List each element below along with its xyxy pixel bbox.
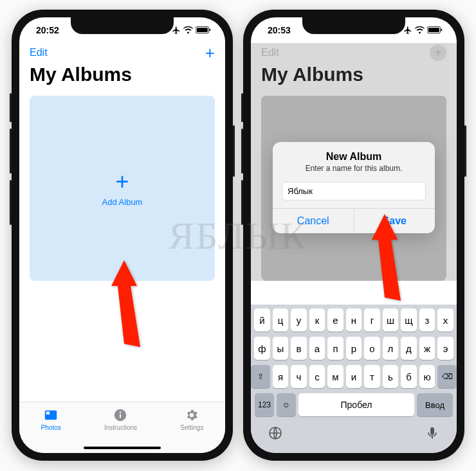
photos-icon bbox=[43, 407, 59, 423]
key-ч[interactable]: ч bbox=[291, 365, 307, 388]
key-123[interactable]: 123 bbox=[255, 393, 274, 416]
add-album-label: Add Album bbox=[102, 197, 143, 207]
keyboard-row-1: йцукенгшщзх bbox=[253, 308, 454, 332]
battery-icon bbox=[196, 26, 211, 34]
key-у[interactable]: у bbox=[291, 308, 307, 332]
airplane-icon bbox=[403, 26, 412, 35]
cancel-button[interactable]: Cancel bbox=[273, 209, 354, 233]
svg-rect-6 bbox=[120, 414, 122, 418]
edit-button[interactable]: Edit bbox=[30, 47, 48, 58]
notch bbox=[71, 17, 174, 34]
tab-bar: Photos Instructions Settings bbox=[19, 402, 225, 453]
key-о[interactable]: о bbox=[364, 337, 380, 360]
plus-icon: + bbox=[115, 170, 129, 193]
svg-rect-9 bbox=[428, 28, 439, 32]
album-name-input[interactable] bbox=[282, 182, 426, 200]
key-л[interactable]: л bbox=[383, 337, 399, 360]
key-н[interactable]: н bbox=[346, 308, 362, 332]
annotation-arrow-right bbox=[362, 208, 414, 307]
tab-settings[interactable]: Settings bbox=[180, 407, 203, 431]
airplane-icon bbox=[172, 26, 181, 35]
page-title: My Albums bbox=[19, 62, 225, 92]
key-к[interactable]: к bbox=[309, 308, 325, 332]
svg-rect-12 bbox=[430, 427, 434, 435]
key-ф[interactable]: ф bbox=[254, 337, 270, 360]
key-п[interactable]: п bbox=[327, 337, 343, 360]
key-и[interactable]: и bbox=[346, 365, 362, 388]
key-г[interactable]: г bbox=[364, 308, 380, 332]
svg-point-7 bbox=[120, 411, 121, 413]
info-icon bbox=[113, 407, 128, 423]
tab-label: Settings bbox=[180, 424, 203, 431]
screen-right: 20:53 Edit + My Albums + bbox=[251, 17, 457, 453]
key-shift[interactable]: ⇧ bbox=[251, 365, 270, 388]
status-time: 20:52 bbox=[36, 25, 59, 35]
tab-instructions[interactable]: Instructions bbox=[104, 407, 137, 431]
key-ь[interactable]: ь bbox=[383, 365, 399, 388]
svg-rect-1 bbox=[197, 28, 208, 32]
key-ц[interactable]: ц bbox=[273, 308, 289, 332]
notch bbox=[302, 17, 405, 34]
keyboard-row-4: 123 ☺ Пробел Ввод bbox=[253, 393, 454, 416]
svg-rect-10 bbox=[441, 29, 442, 31]
tab-label: Instructions bbox=[104, 424, 137, 431]
key-т[interactable]: т bbox=[364, 365, 380, 388]
alert-message: Enter a name for this album. bbox=[283, 164, 425, 173]
key-щ[interactable]: щ bbox=[401, 308, 417, 332]
battery-icon bbox=[427, 26, 443, 34]
home-indicator[interactable] bbox=[84, 447, 161, 449]
key-д[interactable]: д bbox=[401, 337, 417, 360]
key-э[interactable]: э bbox=[437, 337, 453, 360]
nav-row: Edit + bbox=[19, 43, 225, 62]
key-ш[interactable]: ш bbox=[383, 308, 399, 332]
key-б[interactable]: б bbox=[401, 365, 417, 388]
gear-icon bbox=[184, 407, 199, 423]
tab-photos[interactable]: Photos bbox=[41, 407, 61, 431]
keyboard-row-3: ⇧ячсмитьбю⌫ bbox=[253, 365, 454, 388]
keyboard-row-2: фывапролджэ bbox=[253, 337, 454, 360]
keyboard-footer bbox=[253, 422, 454, 453]
key-с[interactable]: с bbox=[309, 365, 325, 388]
keyboard: йцукенгшщзх фывапролджэ ⇧ячсмитьбю⌫ 123 … bbox=[251, 305, 457, 453]
add-album-tile[interactable]: + Add Album bbox=[30, 96, 215, 281]
key-enter[interactable]: Ввод bbox=[417, 393, 453, 416]
phone-frame-left: 20:52 Edit + My Albums + Add Album bbox=[12, 10, 233, 461]
key-е[interactable]: е bbox=[327, 308, 343, 332]
key-х[interactable]: х bbox=[437, 308, 453, 332]
key-backspace[interactable]: ⌫ bbox=[437, 365, 457, 388]
key-ж[interactable]: ж bbox=[419, 337, 435, 360]
key-ю[interactable]: ю bbox=[419, 365, 435, 388]
key-м[interactable]: м bbox=[327, 365, 343, 388]
key-я[interactable]: я bbox=[273, 365, 289, 388]
status-time: 20:53 bbox=[268, 25, 291, 35]
mic-icon[interactable] bbox=[425, 425, 440, 444]
tab-label: Photos bbox=[41, 424, 61, 431]
key-а[interactable]: а bbox=[309, 337, 325, 360]
wifi-icon bbox=[183, 26, 193, 34]
screen-left: 20:52 Edit + My Albums + Add Album bbox=[19, 17, 225, 453]
key-в[interactable]: в bbox=[291, 337, 307, 360]
status-icons bbox=[172, 26, 211, 35]
key-з[interactable]: з bbox=[419, 308, 435, 332]
svg-rect-4 bbox=[46, 412, 50, 415]
annotation-arrow-left bbox=[102, 254, 153, 353]
wifi-icon bbox=[415, 26, 425, 34]
svg-rect-2 bbox=[209, 29, 210, 31]
key-й[interactable]: й bbox=[254, 308, 270, 332]
key-space[interactable]: Пробел bbox=[298, 393, 414, 416]
key-р[interactable]: р bbox=[346, 337, 362, 360]
status-icons bbox=[403, 26, 443, 35]
phone-frame-right: 20:53 Edit + My Albums + bbox=[243, 10, 464, 461]
key-emoji[interactable]: ☺ bbox=[277, 393, 296, 416]
globe-icon[interactable] bbox=[268, 425, 283, 444]
add-button[interactable]: + bbox=[205, 44, 215, 61]
key-ы[interactable]: ы bbox=[273, 337, 289, 360]
alert-title: New Album bbox=[283, 151, 425, 163]
